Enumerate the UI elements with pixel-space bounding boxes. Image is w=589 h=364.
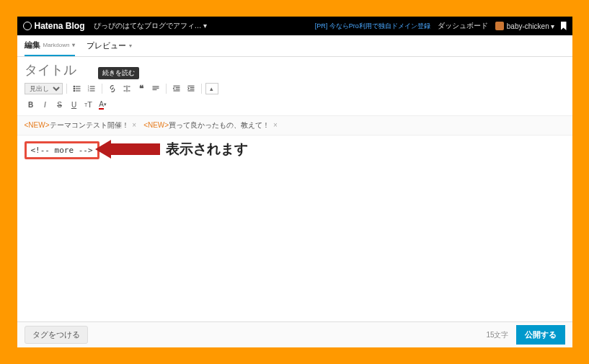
svg-text:3: 3 (87, 89, 89, 92)
more-tag-highlight: <!-- more --> (25, 141, 99, 159)
underline-icon[interactable]: U (68, 98, 81, 111)
annotation-arrow: 表示されます (95, 140, 248, 159)
annotation-text: 表示されます (166, 140, 248, 159)
username: baby-chicken ▾ (507, 22, 555, 30)
topic-item[interactable]: <NEW>テーマコンテスト開催！ × (25, 120, 137, 130)
close-icon[interactable]: × (273, 121, 278, 129)
svg-point-3 (74, 86, 75, 87)
site-name: Hatena Blog (35, 21, 85, 31)
unordered-list-icon[interactable] (71, 82, 84, 95)
add-tag-button[interactable]: タグをつける (25, 326, 88, 344)
blog-title-dropdown[interactable]: ぴっぴのはてなブログでアフィ… ▾ (94, 21, 208, 31)
font-size-icon[interactable]: TT (82, 98, 95, 111)
tabs-bar: 編集 Markdown ▾ プレビュー ▾ (17, 35, 572, 57)
publish-button[interactable]: 公開する (516, 325, 565, 345)
editor-body[interactable]: <!-- more --> 表示されます (17, 136, 572, 321)
outdent-icon[interactable] (170, 82, 183, 95)
bookmark-icon[interactable] (561, 22, 567, 30)
avatar-icon (495, 22, 504, 30)
tab-preview-label: プレビュー (87, 40, 126, 51)
top-bar: Hatena Blog ぴっぴのはてなブログでアフィ… ▾ [PR] 今ならPr… (17, 17, 572, 35)
tab-edit-label: 編集 (25, 40, 40, 50)
arrow-icon (95, 140, 160, 159)
italic-icon[interactable]: I (39, 98, 52, 111)
strike-icon[interactable]: S (53, 98, 66, 111)
site-logo[interactable]: Hatena Blog (23, 21, 85, 31)
heading-select[interactable]: 見出し (25, 83, 63, 94)
link-icon[interactable] (106, 82, 119, 95)
quote-icon[interactable]: ❝ (135, 82, 148, 95)
code-icon[interactable] (149, 82, 162, 95)
svg-point-5 (74, 90, 75, 92)
bold-icon[interactable]: B (25, 98, 37, 111)
promo-link[interactable]: [PR] 今ならPro利用で独自ドメイン登録 (315, 22, 430, 31)
chevron-down-icon: ▾ (129, 43, 132, 49)
close-icon[interactable]: × (132, 121, 136, 129)
char-count: 15文字 (486, 330, 508, 340)
indent-icon[interactable] (185, 82, 198, 95)
logo-icon (23, 22, 32, 30)
font-color-icon[interactable]: A▾ (97, 98, 110, 111)
read-more-icon[interactable] (120, 82, 133, 95)
read-more-tooltip: 続きを読む (98, 67, 139, 79)
user-menu[interactable]: baby-chicken ▾ (495, 22, 555, 30)
topic-item[interactable]: <NEW>買って良かったもの、教えて！ × (143, 120, 278, 130)
topics-bar: <NEW>テーマコンテスト開催！ × <NEW>買って良かったもの、教えて！ × (17, 116, 572, 136)
chevron-down-icon: ▾ (72, 42, 75, 48)
collapse-toolbar-icon[interactable]: ▴ (205, 83, 218, 94)
tab-edit[interactable]: 編集 Markdown ▾ (25, 40, 76, 56)
tab-preview[interactable]: プレビュー ▾ (87, 40, 132, 56)
edit-mode-label: Markdown (43, 42, 70, 48)
svg-point-4 (74, 88, 75, 89)
dashboard-link[interactable]: ダッシュボード (438, 21, 488, 31)
editor-toolbar: 見出し 123 ❝ (17, 81, 572, 116)
footer-bar: タグをつける 15文字 公開する (17, 321, 572, 347)
ordered-list-icon[interactable]: 123 (85, 82, 98, 95)
